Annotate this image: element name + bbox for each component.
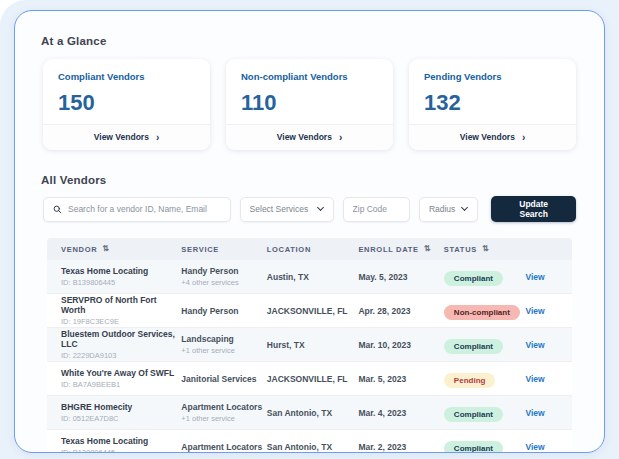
card-count: 132 (424, 90, 561, 116)
view-vendor-link[interactable]: View (525, 306, 572, 316)
vendor-location: JACKSONVILLE, FL (267, 374, 359, 384)
view-vendor-link[interactable]: View (525, 374, 572, 384)
services-select[interactable]: Select Services (240, 197, 334, 222)
sort-icon[interactable]: ⇅ (424, 245, 431, 253)
view-vendor-link[interactable]: View (525, 272, 572, 282)
sort-icon[interactable]: ⇅ (102, 245, 109, 253)
status-badge: Compliant (444, 339, 503, 354)
card-count: 110 (241, 90, 378, 116)
vendor-service-extra: +1 other service (181, 414, 266, 423)
card-label: Non-compliant Vendors (241, 71, 378, 82)
card-label: Compliant Vendors (58, 71, 195, 82)
status-badge: Compliant (444, 271, 503, 286)
vendor-name: Bluestem Outdoor Services, LLC (61, 329, 181, 349)
card-label: Pending Vendors (424, 71, 561, 82)
vendor-service-extra: +1 other service (181, 346, 266, 355)
chevron-right-icon: › (522, 132, 525, 143)
view-vendors-link[interactable]: View Vendors› (43, 124, 210, 150)
vendor-enroll-date: Mar. 4, 2023 (358, 408, 443, 418)
column-status[interactable]: Status⇅ (444, 245, 526, 254)
vendor-name: SERVPRO of North Fort Worth (61, 295, 181, 315)
status-badge: Compliant (444, 441, 503, 453)
chevron-down-icon (317, 204, 324, 211)
chevron-right-icon: › (156, 132, 159, 143)
vendor-enroll-date: May. 5, 2023 (358, 272, 443, 282)
vendor-service: Landscaping (181, 334, 266, 344)
column-vendor[interactable]: Vendor⇅ (61, 245, 181, 254)
view-vendor-link[interactable]: View (525, 340, 572, 350)
table-row: Texas Home LocatingID: B139806445 Handy … (47, 260, 572, 294)
view-vendors-link[interactable]: View Vendors› (226, 124, 393, 150)
update-search-button[interactable]: Update Search (491, 196, 576, 222)
pending-vendors-card: Pending Vendors 132 View Vendors› (409, 59, 576, 150)
table-row: BHGRE HomecityID: 0512EA7D8C Apartment L… (47, 396, 572, 430)
search-icon (53, 205, 62, 214)
vendor-service: Apartment Locators (181, 402, 266, 412)
card-count: 150 (58, 90, 195, 116)
table-row: Texas Home LocatingID: B139806445 Apartm… (47, 430, 572, 453)
zip-code-input[interactable] (353, 204, 400, 214)
vendor-id: ID: 0512EA7D8C (61, 414, 181, 423)
status-badge: Compliant (444, 407, 503, 422)
noncompliant-vendors-card: Non-compliant Vendors 110 View Vendors› (226, 59, 393, 150)
chevron-down-icon (461, 204, 468, 211)
vendors-table: Vendor⇅ Service Location Enroll Date⇅ St… (47, 238, 572, 453)
table-row: SERVPRO of North Fort WorthID: 19F8C3EC9… (47, 294, 572, 328)
vendor-name: Texas Home Locating (61, 266, 181, 276)
sort-icon[interactable]: ⇅ (482, 245, 489, 253)
vendor-service: Handy Person (181, 266, 266, 276)
vendor-service: Handy Person (181, 306, 266, 316)
vendor-enroll-date: Mar. 10, 2023 (358, 340, 443, 350)
table-row: Bluestem Outdoor Services, LLCID: 2229DA… (47, 328, 572, 362)
table-row: White You're Away Of SWFLID: BA7A9BEEB1 … (47, 362, 572, 396)
search-input[interactable] (68, 204, 221, 214)
view-vendor-link[interactable]: View (525, 408, 572, 418)
view-vendors-link[interactable]: View Vendors› (409, 124, 576, 150)
glance-cards: Compliant Vendors 150 View Vendors› Non-… (43, 59, 576, 150)
vendor-id: ID: 2229DA9103 (61, 351, 181, 360)
vendor-name: Texas Home Locating (61, 436, 181, 446)
vendor-location: San Antonio, TX (267, 442, 359, 452)
view-vendor-link[interactable]: View (525, 442, 572, 452)
compliant-vendors-card: Compliant Vendors 150 View Vendors› (43, 59, 210, 150)
vendor-service-extra: +4 other services (181, 278, 266, 287)
vendor-id: ID: BA7A9BEEB1 (61, 380, 181, 389)
vendor-location: San Antonio, TX (267, 408, 359, 418)
vendor-enroll-date: Apr. 28, 2023 (358, 306, 443, 316)
vendor-location: Hurst, TX (267, 340, 359, 350)
column-enroll-date[interactable]: Enroll Date⇅ (358, 245, 443, 254)
vendor-name: BHGRE Homecity (61, 402, 181, 412)
vendor-id: ID: B139806445 (61, 278, 181, 287)
vendor-filters: Select Services Radius Update Search (43, 196, 576, 222)
vendor-enroll-date: Mar. 2, 2023 (358, 442, 443, 452)
radius-select[interactable]: Radius (419, 197, 478, 222)
vendor-location: Austin, TX (267, 272, 359, 282)
vendor-id: ID: B139806445 (61, 448, 181, 453)
glance-section-title: At a Glance (41, 35, 578, 47)
vendor-service: Janitorial Services (181, 374, 266, 384)
column-service: Service (181, 245, 266, 254)
vendor-dashboard-panel: At a Glance Compliant Vendors 150 View V… (14, 10, 605, 453)
status-badge: Non-compliant (444, 305, 520, 320)
zip-code-field[interactable] (343, 197, 410, 222)
vendor-enroll-date: Mar. 5, 2023 (358, 374, 443, 384)
vendor-id: ID: 19F8C3EC9E (61, 317, 181, 326)
vendor-name: White You're Away Of SWFL (61, 368, 181, 378)
vendor-search-field[interactable] (43, 197, 231, 222)
column-location: Location (267, 245, 359, 254)
vendor-location: JACKSONVILLE, FL (267, 306, 359, 316)
chevron-right-icon: › (339, 132, 342, 143)
vendor-service: Apartment Locators (181, 442, 266, 452)
status-badge: Pending (444, 373, 496, 388)
table-header: Vendor⇅ Service Location Enroll Date⇅ St… (47, 238, 572, 260)
vendors-section-title: All Vendors (41, 174, 578, 186)
